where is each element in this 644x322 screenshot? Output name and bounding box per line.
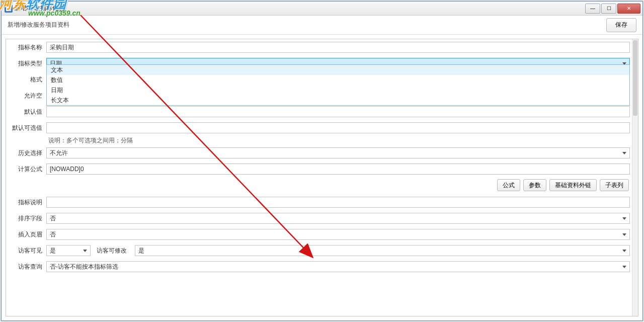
app-icon bbox=[5, 5, 13, 13]
save-button[interactable]: 保存 bbox=[606, 18, 636, 32]
label-default-options: 默认可选值 bbox=[8, 124, 46, 132]
row-sort: 排序字段 否 bbox=[6, 210, 632, 226]
label-default: 默认值 bbox=[8, 108, 46, 116]
select-header[interactable]: 否 bbox=[46, 229, 630, 240]
row-formula: 计算公式 [NOWADD]0 bbox=[6, 161, 632, 177]
label-sort: 排序字段 bbox=[8, 214, 46, 223]
content-wrap: 指标名称 采购日期 指标类型 日期 文本 数值 日期 长文本 格式 bbox=[2, 35, 642, 320]
label-name: 指标名称 bbox=[8, 43, 46, 52]
label-formula: 计算公式 bbox=[8, 165, 46, 174]
select-history[interactable]: 不允许 bbox=[46, 147, 630, 158]
external-button[interactable]: 基础资料外链 bbox=[549, 179, 597, 191]
label-history: 历史选择 bbox=[8, 149, 46, 157]
row-default: 默认值 bbox=[6, 104, 632, 120]
row-default-options: 默认可选值 bbox=[6, 120, 632, 136]
close-button[interactable]: ✕ bbox=[617, 4, 640, 14]
label-header: 插入页眉 bbox=[8, 230, 46, 239]
select-guest-visible[interactable]: 是 bbox=[46, 245, 91, 256]
hint-default-options: 说明：多个可选项之间用；分隔 bbox=[48, 136, 632, 145]
label-guest-query: 访客查询 bbox=[8, 263, 46, 271]
toolbar-title: 新增/修改服务项目资料 bbox=[8, 21, 606, 29]
label-allow-empty: 允许空 bbox=[8, 92, 46, 100]
type-option-date[interactable]: 日期 bbox=[47, 85, 629, 95]
window-title: 新增/修改指标信息 bbox=[15, 4, 64, 13]
row-name: 指标名称 采购日期 bbox=[6, 39, 632, 55]
toolbar: 新增/修改服务项目资料 保存 bbox=[2, 16, 642, 35]
app-window: 新增/修改指标信息 — ☐ ✕ 新增/修改服务项目资料 保存 指标名称 采购日期… bbox=[1, 1, 643, 321]
input-name[interactable]: 采购日期 bbox=[46, 42, 630, 53]
select-guest-query[interactable]: 否-访客不能按本指标筛选 bbox=[46, 261, 630, 272]
titlebar: 新增/修改指标信息 — ☐ ✕ bbox=[2, 2, 642, 16]
row-desc: 指标说明 bbox=[6, 194, 632, 210]
row-guest-query: 访客查询 否-访客不能按本指标筛选 bbox=[6, 259, 632, 275]
input-desc[interactable] bbox=[46, 197, 630, 208]
type-option-number[interactable]: 数值 bbox=[47, 75, 629, 85]
row-header: 插入页眉 否 bbox=[6, 226, 632, 243]
formula-buttons: 公式 参数 基础资料外链 子表列 bbox=[6, 177, 632, 193]
params-button[interactable]: 参数 bbox=[523, 179, 546, 191]
label-format: 格式 bbox=[8, 75, 46, 84]
maximize-button[interactable]: ☐ bbox=[601, 4, 616, 14]
label-guest-visible: 访客可见 bbox=[8, 247, 46, 255]
type-option-text[interactable]: 文本 bbox=[47, 65, 629, 75]
row-guest-visible: 访客可见 是 访客可修改 是 bbox=[6, 243, 632, 259]
form-panel: 指标名称 采购日期 指标类型 日期 文本 数值 日期 长文本 格式 bbox=[6, 39, 638, 316]
vertical-scrollbar[interactable] bbox=[632, 39, 638, 316]
type-option-longtext[interactable]: 长文本 bbox=[47, 95, 629, 105]
sublist-button[interactable]: 子表列 bbox=[600, 179, 629, 191]
label-type: 指标类型 bbox=[8, 59, 46, 68]
input-default[interactable] bbox=[46, 106, 630, 117]
row-history: 历史选择 不允许 bbox=[6, 145, 632, 161]
select-sort[interactable]: 否 bbox=[46, 213, 630, 224]
minimize-button[interactable]: — bbox=[585, 4, 600, 14]
label-desc: 指标说明 bbox=[8, 198, 46, 207]
input-formula[interactable]: [NOWADD]0 bbox=[46, 164, 630, 175]
select-guest-editable[interactable]: 是 bbox=[135, 245, 630, 256]
input-default-options[interactable] bbox=[46, 122, 630, 133]
label-guest-editable: 访客可修改 bbox=[96, 247, 130, 255]
formula-button[interactable]: 公式 bbox=[497, 179, 520, 191]
type-dropdown-list: 文本 数值 日期 长文本 bbox=[46, 64, 630, 106]
